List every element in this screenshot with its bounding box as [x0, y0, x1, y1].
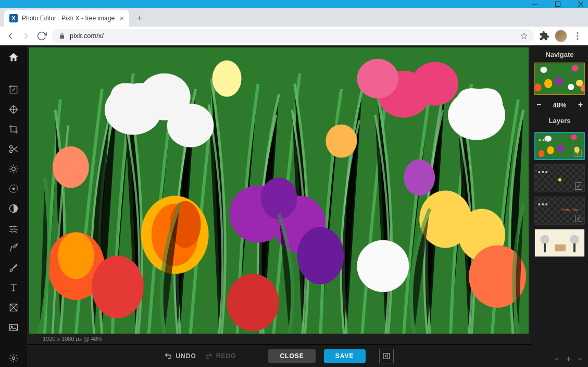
cutout-tool[interactable] — [4, 140, 23, 158]
svg-point-31 — [261, 178, 297, 219]
minimize-icon[interactable] — [532, 1, 538, 7]
back-button[interactable] — [5, 31, 16, 41]
svg-point-49 — [540, 67, 547, 73]
crop-tool[interactable] — [4, 120, 23, 138]
panel-toggle-icon — [382, 352, 391, 360]
settings-button[interactable] — [4, 349, 23, 367]
svg-point-45 — [53, 146, 89, 188]
redo-icon — [205, 352, 213, 360]
nav-thumb-image — [535, 63, 584, 94]
layers-header: Layers — [531, 112, 588, 129]
svg-marker-4 — [521, 33, 527, 39]
svg-point-5 — [577, 32, 579, 33]
add-image-tool[interactable] — [4, 319, 23, 336]
tab-close-icon[interactable]: × — [120, 15, 124, 22]
canvas-area: 1920 x 1080 px @ 48% UNDO REDO CLOSE SAV… — [27, 45, 531, 367]
left-toolbar — [0, 45, 27, 367]
new-tab-button[interactable]: + — [132, 11, 147, 26]
svg-point-61 — [539, 150, 545, 157]
element-tool[interactable] — [4, 299, 23, 316]
arrange-tool[interactable] — [4, 101, 23, 118]
layer-item[interactable]: ••• ✓ — [534, 164, 585, 192]
layers-footer: + — [531, 351, 588, 367]
toggle-right-panel-button[interactable] — [379, 349, 394, 363]
layer-up-icon[interactable] — [553, 356, 560, 363]
filter-tool[interactable] — [4, 200, 23, 217]
browser-tabstrip: X Photo Editor : Pixlr X - free image × … — [0, 8, 588, 27]
zoom-controls: − 48% + — [531, 98, 588, 112]
svg-point-68 — [570, 235, 579, 244]
profile-avatar[interactable] — [555, 30, 567, 42]
zoom-in-button[interactable]: + — [578, 100, 583, 109]
maximize-icon[interactable] — [555, 1, 561, 7]
canvas-image[interactable] — [29, 47, 529, 334]
zoom-value: 48% — [553, 101, 566, 109]
draw-tool[interactable] — [4, 259, 23, 277]
svg-point-13 — [12, 188, 14, 189]
liquify-tool[interactable] — [4, 219, 23, 237]
svg-point-10 — [10, 150, 12, 153]
extensions-icon[interactable] — [539, 31, 549, 41]
layer-item[interactable]: ••• ✓ — [534, 132, 585, 160]
layer-menu-icon[interactable]: ••• — [538, 200, 549, 209]
pixlr-app: FEEDBACK × — [0, 45, 588, 367]
canvas-dimensions: 1920 x 1080 px @ 48% — [43, 336, 103, 342]
tulip-field-photo — [29, 47, 529, 334]
properties-tool[interactable] — [4, 81, 23, 99]
browser-toolbar: pixlr.com/x/ — [0, 27, 588, 45]
text-tool[interactable] — [4, 279, 23, 297]
layer-visibility-toggle[interactable]: ✓ — [575, 182, 582, 190]
effect-tool[interactable] — [4, 180, 23, 198]
layer-item[interactable]: ••• Pretty Tulip ✓ — [534, 197, 585, 225]
svg-point-6 — [577, 35, 579, 36]
layer-menu-icon[interactable]: ••• — [538, 168, 549, 176]
svg-point-59 — [547, 146, 554, 154]
layer-down-icon[interactable] — [577, 356, 584, 363]
svg-point-44 — [404, 160, 435, 196]
retouch-tool[interactable] — [4, 239, 23, 257]
reload-button[interactable] — [36, 31, 47, 41]
svg-point-32 — [297, 227, 344, 284]
layer-content-dot — [558, 178, 561, 181]
undo-label: UNDO — [176, 352, 196, 360]
undo-button[interactable]: UNDO — [164, 352, 196, 360]
add-layer-button[interactable]: + — [566, 354, 571, 365]
window-titlebar — [0, 0, 588, 8]
layer-visibility-toggle[interactable]: ✓ — [575, 215, 582, 222]
svg-point-53 — [571, 65, 578, 71]
svg-point-9 — [10, 145, 12, 148]
browser-menu-icon[interactable] — [572, 31, 583, 41]
adjust-tool[interactable] — [4, 160, 23, 178]
svg-point-25 — [58, 232, 94, 279]
layer-visibility-toggle[interactable]: ✓ — [574, 150, 582, 157]
svg-rect-1 — [556, 2, 560, 6]
svg-point-51 — [555, 78, 563, 85]
svg-point-50 — [544, 79, 552, 88]
forward-button[interactable] — [21, 31, 31, 41]
home-button[interactable] — [4, 48, 23, 66]
bookmark-star-icon[interactable] — [520, 32, 528, 40]
bottom-bar: UNDO REDO CLOSE SAVE — [27, 344, 531, 367]
close-button[interactable]: CLOSE — [268, 349, 315, 363]
address-bar[interactable]: pixlr.com/x/ — [52, 29, 534, 43]
url-text: pixlr.com/x/ — [70, 32, 516, 40]
svg-rect-66 — [544, 243, 546, 252]
navigate-header: Navigate — [531, 45, 588, 63]
layer-item-ad[interactable] — [534, 229, 585, 257]
right-panel: Navigate − 48% + Layers ••• ✓ ••• ✓ — [531, 45, 588, 367]
layer-menu-icon[interactable]: ••• — [539, 136, 549, 144]
close-window-icon[interactable] — [578, 1, 584, 7]
svg-point-34 — [411, 62, 458, 106]
svg-point-62 — [571, 134, 577, 140]
undo-icon — [164, 352, 172, 360]
layers-list: ••• ✓ ••• ✓ ••• Pretty Tulip ✓ — [531, 129, 588, 351]
save-button[interactable]: SAVE — [324, 349, 366, 363]
svg-point-55 — [568, 84, 574, 90]
browser-tab[interactable]: X Photo Editor : Pixlr X - free image × — [4, 10, 129, 27]
navigator-thumbnail[interactable] — [534, 63, 585, 95]
svg-point-52 — [535, 83, 542, 91]
svg-point-11 — [12, 167, 16, 171]
canvas-viewport[interactable] — [27, 45, 531, 334]
tab-title: Photo Editor : Pixlr X - free image — [22, 15, 116, 22]
zoom-out-button[interactable]: − — [536, 100, 541, 109]
